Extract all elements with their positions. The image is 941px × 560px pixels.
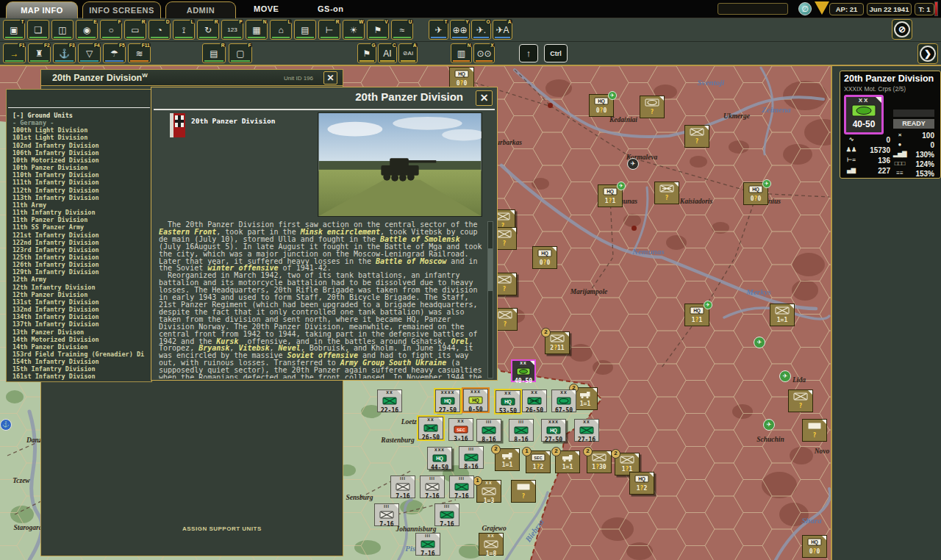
list-item[interactable]: 100th Light Division xyxy=(12,126,150,134)
toolbar-button-depot-chart[interactable]: ▦N xyxy=(246,20,268,40)
list-item[interactable]: 112th Infantry Division xyxy=(12,187,150,194)
toolbar-button-weather[interactable]: ☀W xyxy=(343,20,365,40)
gs-toggle-label[interactable]: GS-on xyxy=(318,4,344,13)
list-item[interactable]: 131st Infantry Division xyxy=(12,298,150,306)
toolbar-button-production-notes[interactable]: ▥N xyxy=(451,43,472,63)
map-counter-german[interactable]: XXXHQ0-50 xyxy=(463,389,488,412)
map-counter-german[interactable]: III7-16 xyxy=(374,503,399,526)
list-item[interactable]: 106th Infantry Division xyxy=(12,149,150,157)
map-counter-german[interactable]: XXXHQ27-50 xyxy=(541,419,566,442)
map-counter-german[interactable]: III8-16 xyxy=(509,419,534,442)
map-counter-german[interactable]: XXHQ53-50 xyxy=(495,390,520,413)
map-counter-soviet[interactable]: ? xyxy=(788,390,813,412)
map-counter-german[interactable]: III7-16 xyxy=(449,475,474,498)
map-counter-soviet[interactable]: 1=12 xyxy=(573,387,598,410)
map-counter-soviet[interactable]: HQ1?1✈ xyxy=(684,304,709,326)
airfield-icon[interactable]: ✈ xyxy=(763,419,775,431)
map-counter-german[interactable]: III8-16 xyxy=(476,419,501,442)
list-item[interactable]: 137th Infantry Division xyxy=(12,320,150,328)
map-counter-german[interactable]: III8-16 xyxy=(459,446,484,469)
list-item[interactable]: 126th Infantry Division xyxy=(12,261,150,268)
map-counter-german[interactable]: XX27-16 xyxy=(574,419,599,442)
map-counter-soviet[interactable]: 1?302 xyxy=(587,450,612,473)
tab-map-info[interactable]: MAP INFO xyxy=(6,1,78,18)
list-item[interactable]: 134th Infantry Division xyxy=(12,313,150,320)
toolbar-button-naval-transport-mode[interactable]: ⚓F3 xyxy=(53,43,76,63)
toolbar-button-air-escort[interactable]: ⊕⊕Y xyxy=(450,20,470,40)
toolbar-button-air-doctrine[interactable]: ✈AA xyxy=(493,20,512,40)
map-counter-german[interactable]: XX26-50 xyxy=(418,417,443,439)
toolbar-button-rail-repair[interactable]: ▭R xyxy=(124,20,146,40)
list-item[interactable]: 122nd Infantry Division xyxy=(12,239,150,246)
toolbar-button-radio-intercept[interactable]: ⟟L xyxy=(173,20,195,40)
map-counter-german[interactable]: XXXXHQ27-50 xyxy=(435,390,460,412)
toolbar-button-fog-of-war[interactable]: ○F xyxy=(100,20,122,40)
map-counter-soviet[interactable]: XX1=31 xyxy=(476,480,501,503)
toolbar-button-enemy-units[interactable]: ◉E xyxy=(76,20,98,40)
map-counter-soviet[interactable]: ? xyxy=(511,480,536,503)
airfield-icon[interactable]: ✈ xyxy=(779,370,791,382)
toolbar-button-map-overlays[interactable]: ▤R xyxy=(202,43,226,63)
toolbar-shift-key[interactable]: ↑ xyxy=(519,44,538,62)
search-input[interactable] xyxy=(718,3,788,15)
map-counter-soviet[interactable]: HQ0?0 xyxy=(532,246,557,269)
globe-tool-icon[interactable]: ∅ xyxy=(798,2,812,15)
list-item[interactable]: 123rd Infantry Division xyxy=(12,246,150,254)
toolbar-button-air-drop-mode[interactable]: ☂F5 xyxy=(103,43,126,63)
toolbar-button-ai-assist[interactable]: AIC xyxy=(378,43,397,63)
map-counter-german[interactable]: III7-16 xyxy=(415,533,440,556)
list-item[interactable]: 10th Motorized Division xyxy=(12,157,150,164)
map-counter-soviet[interactable]: ? xyxy=(684,125,709,148)
list-item[interactable]: 12th Army xyxy=(12,276,150,283)
map-counter-soviet[interactable]: HQ0?0 xyxy=(802,535,827,558)
list-item[interactable]: 129th Infantry Division xyxy=(12,268,150,276)
map-counter-german[interactable]: XX22-16 xyxy=(377,390,402,412)
toolbar-button-rail-transport-mode[interactable]: ♜F2 xyxy=(28,43,51,63)
map-counter-soviet[interactable]: HQ0?0✈ xyxy=(743,182,768,205)
map-counter-soviet[interactable]: ? xyxy=(640,96,665,118)
list-header[interactable]: [-] Ground Units xyxy=(12,112,150,119)
toolbar-button-naval-zones[interactable]: ≈U xyxy=(391,20,413,40)
list-item[interactable]: 15th Infantry Division xyxy=(12,365,150,373)
map-counter-soviet[interactable]: HQ1?2 xyxy=(629,472,654,495)
list-item[interactable]: 153rd Field Training (Grenadier) Di xyxy=(12,351,150,358)
toolbar-button-compass-tool[interactable]: ⊘ xyxy=(892,19,912,40)
list-item[interactable]: 10th Panzer Division xyxy=(12,164,150,171)
map-counter-soviet[interactable]: 1=1 xyxy=(770,304,795,326)
map-counter-soviet[interactable]: ? xyxy=(802,419,827,442)
list-item[interactable]: 111th Infantry Division xyxy=(12,179,150,186)
toolbar-button-ai-off[interactable]: ⊘AIA xyxy=(398,43,418,63)
popup-close-button[interactable]: ✕ xyxy=(476,90,493,106)
airfield-icon[interactable]: ✈ xyxy=(754,337,765,348)
toolbar-button-show-values[interactable]: 123P xyxy=(221,20,243,40)
airfield-icon[interactable]: ✈ xyxy=(627,158,639,170)
toolbar-button-save-screen[interactable]: ❏ xyxy=(27,20,49,40)
map-counter-soviet[interactable]: XX1=8 xyxy=(479,533,504,556)
map-counter-soviet[interactable]: 1=12 xyxy=(495,448,520,471)
list-item[interactable]: 121st Infantry Division xyxy=(12,231,150,239)
tab-admin[interactable]: ADMIN xyxy=(165,1,236,18)
map-counter-soviet[interactable]: 1=12 xyxy=(555,450,580,473)
toolbar-button-screen-filter[interactable]: ▢F xyxy=(229,43,252,63)
list-item[interactable]: 154th Infantry Division xyxy=(12,358,150,365)
map-counter-german[interactable]: III7-16 xyxy=(390,475,415,498)
toolbar-button-pages[interactable]: ◫ xyxy=(51,20,74,40)
map-counter-german[interactable]: XX26-50 xyxy=(522,390,547,412)
list-item[interactable]: 12th Panzer Division xyxy=(12,291,150,298)
unit-counter[interactable]: XX 40-50 xyxy=(844,95,884,134)
toolbar-button-air-recon[interactable]: ✈.O xyxy=(471,20,491,40)
toolbar-button-invasion-mode[interactable]: ≋F11 xyxy=(128,43,151,63)
scrollbar-thumb[interactable] xyxy=(488,248,493,291)
list-item[interactable]: 11th Panzer Division xyxy=(12,216,150,223)
list-item[interactable]: 110th Infantry Division xyxy=(12,171,150,179)
toolbar-ctrl-key[interactable]: Ctrl xyxy=(544,44,568,62)
toolbar-button-factory-locations[interactable]: ⌂L xyxy=(270,20,292,40)
list-item[interactable]: 12th Infantry Division xyxy=(12,284,150,291)
toolbar-button-ground-air-attack[interactable]: ⊙⊙X xyxy=(473,43,495,63)
list-item[interactable]: 101st Light Division xyxy=(12,134,150,141)
toolbar-button-toggle-counters[interactable]: ▣T xyxy=(3,20,25,40)
map-counter-german[interactable]: XXXHQ44-50 xyxy=(427,447,452,470)
map-counter-soviet[interactable]: SEC1?21 xyxy=(526,450,551,473)
list-item[interactable]: 102nd Infantry Division xyxy=(12,142,150,149)
list-item[interactable]: 132nd Infantry Division xyxy=(12,306,150,313)
